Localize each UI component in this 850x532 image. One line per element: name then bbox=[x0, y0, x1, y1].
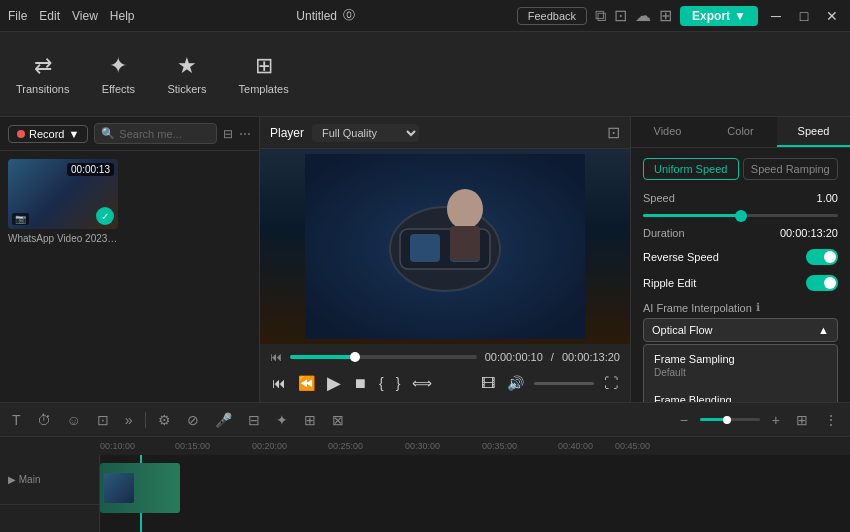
effects-icon: ✦ bbox=[109, 53, 127, 79]
track-label-video: ▶ Main bbox=[0, 455, 99, 505]
dropdown-item-frame-sampling[interactable]: Frame Sampling Default bbox=[644, 345, 837, 386]
timeline-ruler: 00:10:00 00:15:00 00:20:00 00:25:00 00:3… bbox=[0, 437, 850, 455]
fullscreen-button[interactable]: ⛶ bbox=[602, 373, 620, 393]
minimize-button[interactable]: ─ bbox=[766, 6, 786, 26]
panel-tabs: Video Color Speed bbox=[631, 117, 850, 148]
panel-content: Uniform Speed Speed Ramping Speed 1.00 D… bbox=[631, 148, 850, 402]
menu-file[interactable]: File bbox=[8, 9, 27, 23]
ai-info-icon[interactable]: ℹ bbox=[756, 301, 760, 314]
progress-fill bbox=[290, 355, 355, 359]
dropdown-menu: Frame Sampling Default Frame Blending Fa… bbox=[643, 344, 838, 402]
player-area: Player Full Quality Half Quality Quarter… bbox=[260, 117, 630, 402]
mark-in-button[interactable]: { bbox=[377, 373, 386, 393]
delete-button[interactable]: ⊠ bbox=[328, 410, 348, 430]
title-icon: ⓪ bbox=[343, 7, 355, 24]
maximize-button[interactable]: □ bbox=[794, 6, 814, 26]
search-box: 🔍 Search me... bbox=[94, 123, 217, 144]
crop-button[interactable]: ⊞ bbox=[300, 410, 320, 430]
filter-icon[interactable]: ⊟ bbox=[223, 127, 233, 141]
speed-label: Speed bbox=[643, 192, 675, 204]
menu-view[interactable]: View bbox=[72, 9, 98, 23]
speed-slider-row bbox=[643, 214, 838, 217]
toolbar-templates[interactable]: ⊞ Templates bbox=[231, 47, 297, 101]
interpolation-dropdown[interactable]: Optical Flow ▲ bbox=[643, 318, 838, 342]
timeline-clip[interactable] bbox=[100, 463, 180, 513]
volume-button[interactable]: 🔊 bbox=[505, 373, 526, 393]
ripple-edit-toggle[interactable] bbox=[806, 275, 838, 291]
restore-icon[interactable]: ⊡ bbox=[614, 6, 627, 25]
zoom-slider[interactable] bbox=[700, 418, 760, 421]
volume-slider[interactable] bbox=[534, 382, 594, 385]
effect-tool-button[interactable]: ✦ bbox=[272, 410, 292, 430]
tab-video[interactable]: Video bbox=[631, 117, 704, 147]
search-placeholder: Search me... bbox=[119, 128, 181, 140]
export-button[interactable]: Export ▼ bbox=[680, 6, 758, 26]
play-button[interactable]: ▶ bbox=[325, 370, 343, 396]
menu-help[interactable]: Help bbox=[110, 9, 135, 23]
stop-button[interactable]: ⏹ bbox=[351, 373, 369, 393]
screenshot-button[interactable]: 🎞 bbox=[479, 373, 497, 393]
timeline-track-labels: ▶ Main bbox=[0, 455, 100, 532]
mic-button[interactable]: 🎤 bbox=[211, 410, 236, 430]
more-icon[interactable]: ⋯ bbox=[239, 127, 251, 141]
sticker-tool-button[interactable]: ☺ bbox=[63, 410, 85, 430]
more-options-button[interactable]: ⋮ bbox=[820, 410, 842, 430]
zoom-out-button[interactable]: − bbox=[676, 410, 692, 430]
expand-icon[interactable]: ⊡ bbox=[607, 123, 620, 142]
frame-back-button[interactable]: ⏪ bbox=[296, 373, 317, 393]
effects-label: Effects bbox=[102, 83, 135, 95]
cloud-icon[interactable]: ☁ bbox=[635, 6, 651, 25]
player-label: Player bbox=[270, 126, 304, 140]
more-tools-button[interactable]: » bbox=[121, 410, 137, 430]
menu-edit[interactable]: Edit bbox=[39, 9, 60, 23]
ruler-mark-6: 00:40:00 bbox=[558, 441, 593, 451]
tab-color[interactable]: Color bbox=[704, 117, 777, 147]
settings-button[interactable]: ⚙ bbox=[154, 410, 175, 430]
caption-button[interactable]: ⊡ bbox=[93, 410, 113, 430]
reverse-speed-toggle[interactable] bbox=[806, 249, 838, 265]
skip-back-button[interactable]: ⏮ bbox=[270, 373, 288, 393]
ruler-mark-7: 00:45:00 bbox=[615, 441, 650, 451]
grid-view-button[interactable]: ⊞ bbox=[792, 410, 812, 430]
dropdown-container: Optical Flow ▲ Frame Sampling Default Fr… bbox=[643, 318, 838, 402]
timeline-content[interactable] bbox=[100, 455, 850, 532]
progress-track[interactable] bbox=[290, 355, 477, 359]
zoom-in-button[interactable]: + bbox=[768, 410, 784, 430]
player-header: Player Full Quality Half Quality Quarter… bbox=[260, 117, 630, 149]
layout-icon[interactable]: ⧉ bbox=[595, 7, 606, 25]
grid-icon[interactable]: ⊞ bbox=[659, 6, 672, 25]
text-tool-button[interactable]: T bbox=[8, 410, 25, 430]
toolbar-effects[interactable]: ✦ Effects bbox=[93, 47, 143, 101]
clip-thumbnail bbox=[104, 473, 134, 503]
record-button[interactable]: Record ▼ bbox=[8, 125, 88, 143]
media-duration: 00:00:13 bbox=[67, 163, 114, 176]
keyframe-button[interactable]: ⏱ bbox=[33, 410, 55, 430]
sub-tab-ramping[interactable]: Speed Ramping bbox=[743, 158, 839, 180]
sub-tab-uniform[interactable]: Uniform Speed bbox=[643, 158, 739, 180]
quality-select[interactable]: Full Quality Half Quality Quarter Qualit… bbox=[312, 124, 419, 142]
titlebar-right: Feedback ⧉ ⊡ ☁ ⊞ Export ▼ ─ □ ✕ bbox=[517, 6, 842, 26]
export-label: Export bbox=[692, 9, 730, 23]
dropdown-item-frame-blending[interactable]: Frame Blending Faster but lower quality bbox=[644, 386, 837, 402]
close-button[interactable]: ✕ bbox=[822, 6, 842, 26]
list-item[interactable]: 00:00:13 ✓ 📷 WhatsApp Video 2023-10-05..… bbox=[8, 159, 118, 244]
toolbar-transitions[interactable]: ⇄ Transitions bbox=[8, 47, 77, 101]
split-button[interactable]: ⟺ bbox=[410, 373, 434, 393]
ripple-edit-label: Ripple Edit bbox=[643, 277, 696, 289]
detach-button[interactable]: ⊟ bbox=[244, 410, 264, 430]
speed-thumb bbox=[735, 210, 747, 222]
right-panel: Video Color Speed Uniform Speed Speed Ra… bbox=[630, 117, 850, 402]
frame-sampling-sub: Default bbox=[654, 367, 827, 378]
ruler-mark-2: 00:20:00 bbox=[252, 441, 287, 451]
ai-interpolation-row: AI Frame Interpolation ℹ Optical Flow ▲ … bbox=[643, 301, 838, 402]
speed-slider[interactable] bbox=[643, 214, 838, 217]
mark-out-button[interactable]: } bbox=[394, 373, 403, 393]
reverse-speed-row: Reverse Speed bbox=[643, 249, 838, 265]
reverse-speed-knob bbox=[824, 251, 836, 263]
tab-speed[interactable]: Speed bbox=[777, 117, 850, 147]
left-panel-header: Record ▼ 🔍 Search me... ⊟ ⋯ bbox=[0, 117, 259, 151]
mask-button[interactable]: ⊘ bbox=[183, 410, 203, 430]
feedback-button[interactable]: Feedback bbox=[517, 7, 587, 25]
toolbar-stickers[interactable]: ★ Stickers bbox=[159, 47, 214, 101]
timeline: T ⏱ ☺ ⊡ » ⚙ ⊘ 🎤 ⊟ ✦ ⊞ ⊠ − + ⊞ ⋮ 00:10:00… bbox=[0, 402, 850, 532]
